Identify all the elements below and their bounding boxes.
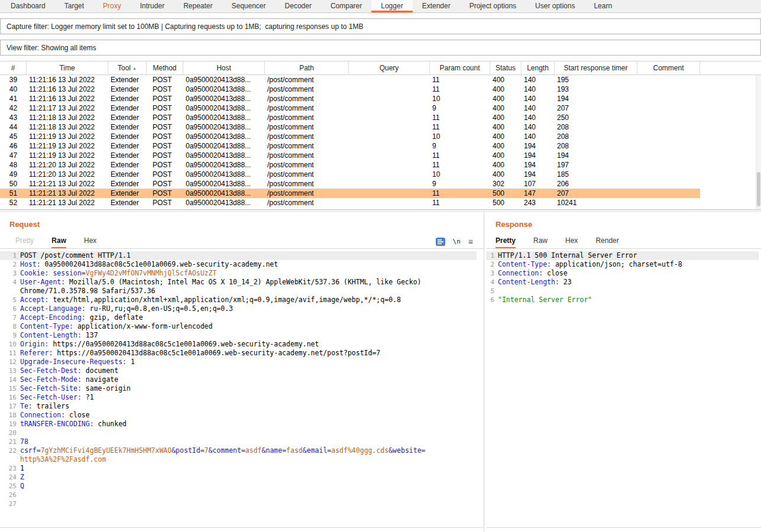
table-row[interactable]: 5311:21:22 13 Jul 2022ExtenderPOST0a9500… [0,207,700,209]
cell-path: /post/comment [265,85,349,94]
editor-menu-icon[interactable]: ≡ [468,238,473,246]
line-content: Accept-Encoding: gzip, deflate [20,313,426,322]
column-header-comment[interactable]: Comment [637,61,700,74]
top-tab-learn[interactable]: Learn [584,0,621,12]
request-editor[interactable]: 1POST /post/comment HTTP/1.12Host: 0a950… [0,249,484,528]
table-row[interactable]: 4311:21:18 13 Jul 2022ExtenderPOST0a9500… [0,113,700,122]
cell-query [349,198,430,207]
column-header-method[interactable]: Method [147,61,183,74]
cell-start-response-timer: 197 [555,160,637,170]
table-row[interactable]: 5211:21:21 13 Jul 2022ExtenderPOST0a9500… [0,198,700,207]
top-tab-decoder[interactable]: Decoder [276,0,321,12]
table-vertical-scrollbar[interactable] [756,75,761,209]
line-content: Referer: https://0a9500020413d88ac08c5c1… [20,349,426,358]
top-tab-dashboard[interactable]: Dashboard [1,0,55,12]
top-tab-user-options[interactable]: User options [526,0,584,12]
line-content: Te: trailers [20,402,426,411]
line-number: 21 [0,437,20,446]
code-segment: Referer: [20,349,53,357]
top-tab-logger[interactable]: Logger [371,0,412,12]
response-editor[interactable]: 1HTTP/1.1 500 Internal Server Error2Cont… [486,249,761,528]
table-row[interactable]: 4011:21:16 13 Jul 2022ExtenderPOST0a9500… [0,85,700,94]
line-number: 8 [0,322,20,331]
column-header-query[interactable]: Query [349,61,430,74]
table-row[interactable]: 4111:21:16 13 Jul 2022ExtenderPOST0a9500… [0,94,700,103]
table-row[interactable]: 5011:21:21 13 Jul 2022ExtenderPOST0a9500… [0,179,700,189]
top-tab-project-options[interactable]: Project options [460,0,526,12]
cell-number: 52 [0,198,27,207]
response-tab-pretty[interactable]: Pretty [496,236,516,248]
column-header-tool[interactable]: Tool▲ [108,61,147,74]
top-tab-sequencer[interactable]: Sequencer [222,0,276,12]
cell-comment [637,170,700,179]
request-tab-hex[interactable]: Hex [84,236,96,248]
pretty-print-icon[interactable] [436,238,445,246]
column-header-host[interactable]: Host [183,61,265,74]
request-editor-tabs: PrettyRawHex \n ≡ [0,235,484,249]
response-tab-raw[interactable]: Raw [533,236,548,248]
cell-comment [637,103,700,113]
cell-length: 140 [522,75,555,85]
top-tab-intruder[interactable]: Intruder [131,0,174,12]
cell-status: 400 [490,75,522,85]
newline-toggle-icon[interactable]: \n [453,238,461,245]
code-segment: chunked [94,420,127,428]
line-number: 18 [0,411,20,420]
cell-start-response-timer: 206 [555,179,637,189]
log-table-header: #TimeTool▲MethodHostPathQueryParam count… [0,61,761,75]
cell-param-count: 11 [430,122,490,132]
code-segment: gzip, deflate [86,313,143,322]
cell-host: 0a9500020413d88... [183,122,265,132]
table-row[interactable]: 5111:21:21 13 Jul 2022ExtenderPOST0a9500… [0,189,700,198]
editor-line: 17Te: trailers [0,402,477,411]
top-tab-repeater[interactable]: Repeater [174,0,222,12]
code-segment: text/html,application/xhtml+xml,applicat… [48,296,400,304]
top-tab-comparer[interactable]: Comparer [321,0,371,12]
editor-line: 22csrf=7gYzhMCiFvi4gBEyUEEk7HmHSHM7xWAO&… [0,446,477,464]
table-row[interactable]: 4211:21:17 13 Jul 2022ExtenderPOST0a9500… [0,103,700,113]
capture-filter-bar[interactable]: Capture filter: Logger memory limit set … [0,18,761,34]
code-segment: 7gYzhMCiFvi4gBEyUEEk7HmHSHM7xWAO [41,446,172,455]
cell-param-count: 10 [430,132,490,141]
line-number: 12 [0,358,20,366]
table-row[interactable]: 4711:21:19 13 Jul 2022ExtenderPOST0a9500… [0,151,700,160]
code-segment: Host: [20,260,41,268]
top-tab-proxy[interactable]: Proxy [93,0,131,12]
request-tab-raw[interactable]: Raw [51,236,66,248]
code-segment: &website= [388,446,425,455]
table-row[interactable]: 3911:21:16 13 Jul 2022ExtenderPOST0a9500… [0,75,700,85]
top-tab-bar: DashboardTargetProxyIntruderRepeaterSequ… [0,0,761,13]
editor-line: 8Content-Type: application/x-www-form-ur… [0,322,477,331]
code-segment: Sec-Fetch-Dest: [20,366,82,375]
top-tab-target[interactable]: Target [55,0,93,12]
line-content: Sec-Fetch-User: ?1 [20,393,426,402]
line-content [20,491,426,499]
cell-query [349,179,430,189]
table-row[interactable]: 4411:21:18 13 Jul 2022ExtenderPOST0a9500… [0,122,700,132]
table-row[interactable]: 4611:21:19 13 Jul 2022ExtenderPOST0a9500… [0,141,700,151]
table-row[interactable]: 4811:21:20 13 Jul 2022ExtenderPOST0a9500… [0,160,700,170]
table-row[interactable]: 4911:21:20 13 Jul 2022ExtenderPOST0a9500… [0,170,700,179]
scrollbar-thumb[interactable] [757,172,760,206]
table-row[interactable]: 4511:21:19 13 Jul 2022ExtenderPOST0a9500… [0,132,700,141]
column-label: # [11,64,15,72]
line-content: Q [20,482,426,491]
line-number: 3 [0,269,20,278]
view-filter-bar[interactable]: View filter: Showing all items [0,40,761,56]
column-header-number[interactable]: # [0,61,27,74]
cell-number: 53 [0,207,27,209]
cell-host: 0a9500020413d88... [183,189,265,198]
code-segment: VgFWy4D2vMfON7vMNMhjQlScfAOsUzZT [86,269,217,277]
request-tab-pretty[interactable]: Pretty [15,236,34,248]
column-header-param-count[interactable]: Param count [430,61,490,74]
column-header-length[interactable]: Length [522,61,555,74]
column-header-path[interactable]: Path [265,61,349,74]
cell-param-count: 11 [430,198,490,207]
column-header-time[interactable]: Time [27,61,108,74]
column-header-start-response-timer[interactable]: Start response timer [555,61,637,74]
response-tab-hex[interactable]: Hex [565,236,578,248]
column-header-status[interactable]: Status [490,61,522,74]
top-tab-extender[interactable]: Extender [413,0,460,12]
cell-status: 302 [490,179,522,189]
response-tab-render[interactable]: Render [595,236,618,248]
